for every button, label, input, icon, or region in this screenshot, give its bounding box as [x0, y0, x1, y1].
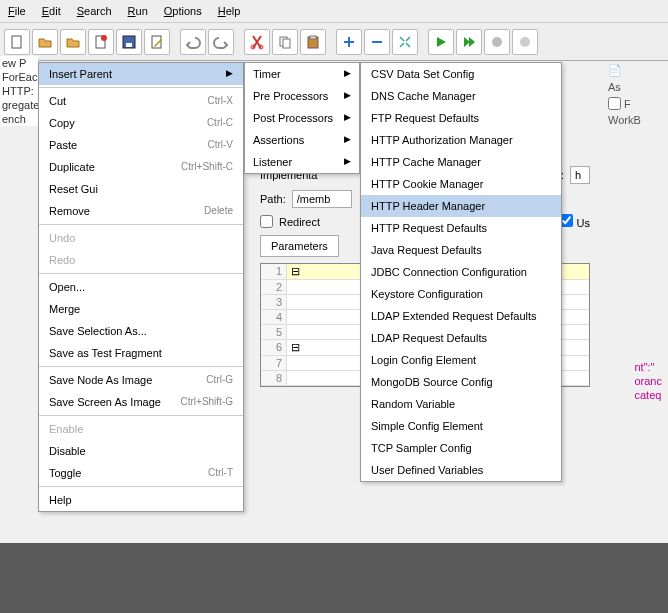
menu-copy[interactable]: CopyCtrl-C	[39, 112, 243, 134]
submenu-item[interactable]: HTTP Authorization Manager	[361, 129, 561, 151]
submenu-item[interactable]: CSV Data Set Config	[361, 63, 561, 85]
submenu-item-http-header-manager[interactable]: HTTP Header Manager	[361, 195, 561, 217]
open-icon[interactable]	[32, 29, 58, 55]
redirect-label: Redirect	[279, 216, 320, 228]
submenu-item[interactable]: HTTP Request Defaults	[361, 217, 561, 239]
path-input[interactable]	[292, 190, 352, 208]
menu-options[interactable]: Options	[156, 2, 210, 20]
submenu-pre-processors[interactable]: Pre Processors▶	[245, 85, 359, 107]
workbench-label: WorkB	[608, 114, 641, 126]
cancel-file-icon[interactable]	[88, 29, 114, 55]
menu-insert-parent[interactable]: Insert Parent ▶	[39, 63, 243, 85]
svg-rect-4	[126, 43, 132, 47]
redirect-checkbox[interactable]	[260, 215, 273, 228]
menu-open[interactable]: Open...	[39, 276, 243, 298]
as-label: As	[608, 81, 621, 93]
redo-icon[interactable]	[208, 29, 234, 55]
tree-item[interactable]: HTTP:	[0, 84, 38, 98]
context-menu: Insert Parent ▶ CutCtrl-X CopyCtrl-C Pas…	[38, 62, 244, 512]
copy-icon[interactable]	[272, 29, 298, 55]
chevron-right-icon: ▶	[344, 90, 351, 102]
toolbar	[0, 23, 668, 61]
fragment-icon: 📄	[608, 64, 664, 77]
submenu-item[interactable]: HTTP Cookie Manager	[361, 173, 561, 195]
submenu-item[interactable]: JDBC Connection Configuration	[361, 261, 561, 283]
submenu-assertions[interactable]: Assertions▶	[245, 129, 359, 151]
new-file-icon[interactable]	[4, 29, 30, 55]
paste-icon[interactable]	[300, 29, 326, 55]
submenu-timer[interactable]: Timer▶	[245, 63, 359, 85]
open-alt-icon[interactable]	[60, 29, 86, 55]
menu-disable[interactable]: Disable	[39, 440, 243, 462]
submenu-item[interactable]: Random Variable	[361, 393, 561, 415]
submenu-item[interactable]: LDAP Extended Request Defaults	[361, 305, 561, 327]
chevron-right-icon: ▶	[344, 156, 351, 168]
submenu-post-processors[interactable]: Post Processors▶	[245, 107, 359, 129]
menu-run[interactable]: Run	[120, 2, 156, 20]
menu-label: Insert Parent	[49, 68, 112, 80]
submenu-item[interactable]: LDAP Request Defaults	[361, 327, 561, 349]
bottom-status-bar	[0, 543, 668, 613]
menu-reset-gui[interactable]: Reset Gui	[39, 178, 243, 200]
tree-item[interactable]: ench	[0, 112, 38, 126]
clock-icon[interactable]	[512, 29, 538, 55]
cut-icon[interactable]	[244, 29, 270, 55]
insert-parent-submenu: Timer▶ Pre Processors▶ Post Processors▶ …	[244, 62, 360, 174]
submenu-item[interactable]: User Defined Variables	[361, 459, 561, 481]
submenu-item[interactable]: FTP Request Defaults	[361, 107, 561, 129]
submenu-item[interactable]: Keystore Configuration	[361, 283, 561, 305]
submenu-item[interactable]: TCP Sampler Config	[361, 437, 561, 459]
submenu-item[interactable]: HTTP Cache Manager	[361, 151, 561, 173]
menu-help[interactable]: Help	[210, 2, 249, 20]
chevron-right-icon: ▶	[344, 134, 351, 146]
menu-toggle[interactable]: ToggleCtrl-T	[39, 462, 243, 484]
stop-icon[interactable]	[484, 29, 510, 55]
svg-point-2	[101, 35, 107, 41]
menu-paste[interactable]: PasteCtrl-V	[39, 134, 243, 156]
tree-pane[interactable]: ew P ForEac HTTP: gregate ench	[0, 56, 38, 126]
submenu-item[interactable]: Java Request Defaults	[361, 239, 561, 261]
menu-save-node-image[interactable]: Save Node As ImageCtrl-G	[39, 369, 243, 391]
menu-enable: Enable	[39, 418, 243, 440]
parameters-tab[interactable]: Parameters	[260, 235, 339, 257]
menu-edit[interactable]: Edit	[34, 2, 69, 20]
menu-save-screen-image[interactable]: Save Screen As ImageCtrl+Shift-G	[39, 391, 243, 413]
menu-redo: Redo	[39, 249, 243, 271]
code-fragment: nt":" oranc cateq	[634, 360, 662, 402]
menu-save-selection[interactable]: Save Selection As...	[39, 320, 243, 342]
menu-save-fragment[interactable]: Save as Test Fragment	[39, 342, 243, 364]
port-input[interactable]	[570, 166, 590, 184]
play-fwd-icon[interactable]	[456, 29, 482, 55]
submenu-item[interactable]: Simple Config Element	[361, 415, 561, 437]
chevron-right-icon: ▶	[344, 68, 351, 80]
path-label: Path:	[260, 193, 286, 205]
submenu-listener[interactable]: Listener▶	[245, 151, 359, 173]
menu-file[interactable]: File	[0, 2, 34, 20]
menu-cut[interactable]: CutCtrl-X	[39, 90, 243, 112]
plus-icon[interactable]	[336, 29, 362, 55]
undo-icon[interactable]	[180, 29, 206, 55]
submenu-item[interactable]: MongoDB Source Config	[361, 371, 561, 393]
edit-doc-icon[interactable]	[144, 29, 170, 55]
minus-icon[interactable]	[364, 29, 390, 55]
menu-search[interactable]: Search	[69, 2, 120, 20]
menu-remove[interactable]: RemoveDelete	[39, 200, 243, 222]
save-icon[interactable]	[116, 29, 142, 55]
use-checkbox[interactable]	[560, 214, 573, 227]
f-checkbox[interactable]	[608, 97, 621, 110]
submenu-item[interactable]: DNS Cache Manager	[361, 85, 561, 107]
tree-item[interactable]: ForEac	[0, 70, 38, 84]
tree-item[interactable]: ew P	[0, 56, 38, 70]
menubar: File Edit Search Run Options Help	[0, 0, 668, 23]
chevron-right-icon: ▶	[226, 68, 233, 80]
play-icon[interactable]	[428, 29, 454, 55]
svg-rect-0	[12, 36, 21, 48]
menu-merge[interactable]: Merge	[39, 298, 243, 320]
menu-help[interactable]: Help	[39, 489, 243, 511]
submenu-item[interactable]: Login Config Element	[361, 349, 561, 371]
expand-icon[interactable]	[392, 29, 418, 55]
svg-rect-11	[310, 36, 316, 39]
menu-duplicate[interactable]: DuplicateCtrl+Shift-C	[39, 156, 243, 178]
tree-item[interactable]: gregate	[0, 98, 38, 112]
svg-point-13	[520, 37, 530, 47]
